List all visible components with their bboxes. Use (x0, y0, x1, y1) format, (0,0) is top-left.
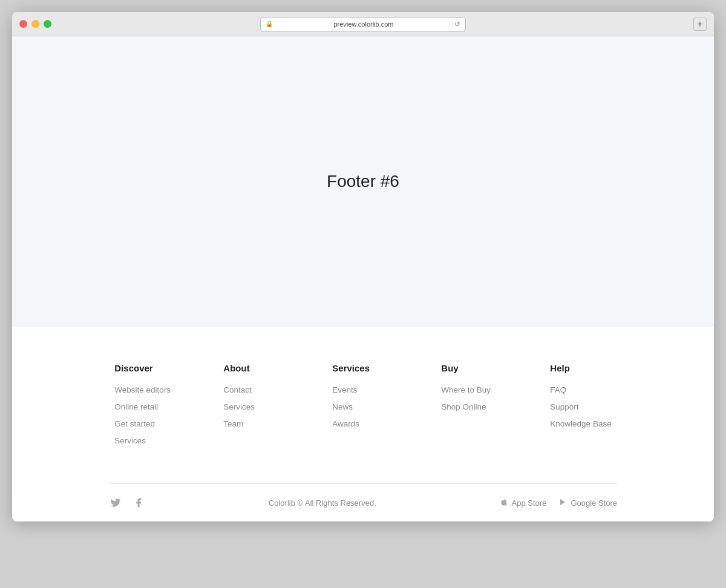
facebook-icon[interactable] (132, 496, 145, 509)
footer-link-awards[interactable]: Awards (332, 419, 393, 428)
copyright-text: Colorlib © All Rights Reserved. (269, 498, 376, 508)
footer-link-online-retail[interactable]: Online retail (114, 402, 175, 411)
footer-col-services: ServicesEventsNewsAwards (332, 363, 393, 453)
store-links: App Store Google Store (500, 498, 617, 508)
new-tab-button[interactable]: + (693, 18, 707, 31)
lock-icon: 🔒 (266, 21, 273, 27)
title-bar: 🔒 preview.colorlib.com ↺ + (12, 12, 714, 36)
address-bar[interactable]: 🔒 preview.colorlib.com ↺ (260, 17, 466, 31)
footer-bottom: Colorlib © All Rights Reserved. App Stor… (12, 484, 714, 521)
maximize-button[interactable] (44, 20, 51, 28)
svg-marker-0 (560, 498, 565, 505)
social-icons (109, 496, 145, 509)
footer-link-shop-online[interactable]: Shop Online (441, 402, 502, 411)
footer-col-heading-help: Help (550, 363, 611, 373)
minimize-button[interactable] (31, 20, 39, 28)
refresh-button[interactable]: ↺ (454, 20, 460, 28)
footer-nav: DiscoverWebsite editorsOnline retailGet … (12, 363, 714, 483)
footer-col-heading-about: About (223, 363, 284, 373)
close-button[interactable] (19, 20, 27, 28)
url-text: preview.colorlib.com (276, 21, 451, 28)
footer-link-where-to-buy[interactable]: Where to Buy (441, 385, 502, 394)
footer-link-services[interactable]: Services (223, 402, 284, 411)
page-title: Footer #6 (327, 172, 399, 191)
footer-link-knowledge-base[interactable]: Knowledge Base (550, 419, 611, 428)
footer-col-buy: BuyWhere to BuyShop Online (441, 363, 502, 453)
footer-link-get-started[interactable]: Get started (114, 419, 175, 428)
footer-col-heading-discover: Discover (114, 363, 175, 373)
browser-window: 🔒 preview.colorlib.com ↺ + Footer #6 Dis… (12, 12, 714, 521)
app-store-label: App Store (512, 498, 547, 508)
traffic-lights (19, 20, 51, 28)
footer-col-heading-buy: Buy (441, 363, 502, 373)
footer-link-team[interactable]: Team (223, 419, 284, 428)
footer-link-contact[interactable]: Contact (223, 385, 284, 394)
footer: DiscoverWebsite editorsOnline retailGet … (12, 327, 714, 521)
footer-link-news[interactable]: News (332, 402, 393, 411)
footer-link-website-editors[interactable]: Website editors (114, 385, 175, 394)
google-store-link[interactable]: Google Store (558, 498, 617, 508)
google-store-label: Google Store (571, 498, 617, 508)
footer-link-faq[interactable]: FAQ (550, 385, 611, 394)
app-store-link[interactable]: App Store (500, 498, 547, 508)
footer-link-events[interactable]: Events (332, 385, 393, 394)
apple-icon (500, 498, 508, 508)
footer-link-support[interactable]: Support (550, 402, 611, 411)
play-icon (558, 498, 567, 508)
footer-col-heading-services: Services (332, 363, 393, 373)
footer-link-services[interactable]: Services (114, 436, 175, 445)
footer-col-about: AboutContactServicesTeam (223, 363, 284, 453)
page-content: Footer #6 (12, 36, 714, 327)
footer-col-help: HelpFAQSupportKnowledge Base (550, 363, 611, 453)
twitter-icon[interactable] (109, 496, 122, 509)
footer-col-discover: DiscoverWebsite editorsOnline retailGet … (114, 363, 175, 453)
